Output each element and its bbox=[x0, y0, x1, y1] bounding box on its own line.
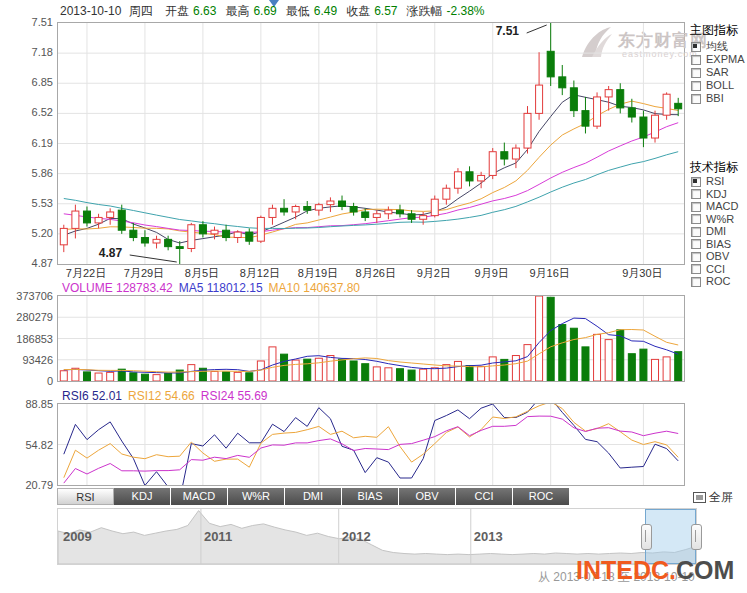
price-y-tick: 6.85 bbox=[3, 76, 53, 88]
checkbox-label: RSI bbox=[706, 176, 724, 187]
fullscreen-label: 全屏 bbox=[709, 489, 733, 506]
checkbox-label: SAR bbox=[706, 67, 729, 78]
main-indicator-expma[interactable]: EXPMA bbox=[691, 54, 745, 65]
main-indicators-title: 主图指标 bbox=[690, 22, 738, 39]
price-y-tick: 7.18 bbox=[3, 46, 53, 58]
price-y-tick: 5.86 bbox=[3, 167, 53, 179]
x-axis-date-tick: 9月16日 bbox=[529, 266, 569, 281]
tab-roc[interactable]: ROC bbox=[513, 488, 570, 505]
rsi-y-tick: 54.82 bbox=[3, 439, 53, 451]
volume-svg bbox=[58, 296, 684, 381]
price-y-tick: 6.19 bbox=[3, 137, 53, 149]
tab-wr[interactable]: W%R bbox=[228, 488, 285, 505]
x-axis-date-tick: 7月22日 bbox=[66, 266, 106, 281]
rsi-y-tick: 20.79 bbox=[3, 479, 53, 491]
nav-left-handle[interactable] bbox=[641, 524, 652, 550]
volume-y-tick: 93426 bbox=[3, 354, 53, 366]
checkbox-label: DMI bbox=[706, 226, 726, 237]
checkbox-icon[interactable] bbox=[691, 81, 701, 91]
tab-obv[interactable]: OBV bbox=[399, 488, 456, 505]
date-range-text: 从 2013-07-18 至 2013-10-10 bbox=[538, 569, 695, 586]
checkbox-label: EXPMA bbox=[706, 54, 745, 65]
timeline-navigator[interactable]: 2009201120122013 bbox=[57, 508, 697, 565]
tech-indicators-title: 技术指标 bbox=[690, 159, 738, 176]
checkbox-icon[interactable] bbox=[691, 68, 701, 78]
checkbox-icon[interactable] bbox=[691, 239, 701, 249]
nav-year-label: 2013 bbox=[474, 529, 503, 544]
main-indicator-boll[interactable]: BOLL bbox=[691, 80, 734, 91]
x-axis-date-tick: 8月5日 bbox=[185, 266, 219, 281]
quote-field-label: 收盘 bbox=[346, 4, 370, 18]
checkbox-icon[interactable] bbox=[691, 189, 701, 199]
tech-indicator-wr[interactable]: W%R bbox=[691, 214, 734, 225]
tech-indicator-bias[interactable]: BIAS bbox=[691, 239, 731, 250]
high-annotation: 7.51 bbox=[495, 24, 520, 38]
checkbox-icon[interactable] bbox=[691, 252, 701, 262]
checkbox-icon[interactable] bbox=[691, 214, 701, 224]
tech-indicator-macd[interactable]: MACD bbox=[691, 201, 738, 212]
quote-field-value: -2.38% bbox=[447, 4, 485, 18]
checkbox-icon[interactable] bbox=[691, 177, 701, 187]
x-axis-date-tick: 9月30日 bbox=[622, 266, 662, 281]
checkbox-label: BOLL bbox=[706, 80, 734, 91]
nav-right-handle[interactable] bbox=[691, 524, 702, 550]
volume-y-tick: 373706 bbox=[3, 290, 53, 302]
volume-pane[interactable] bbox=[57, 295, 685, 382]
fullscreen-icon bbox=[692, 491, 707, 504]
price-y-tick: 6.52 bbox=[3, 106, 53, 118]
candlestick-pane[interactable]: 东方财富网 eastmoney.com 7.514.87 bbox=[57, 22, 685, 265]
rsi-y-tick: 88.85 bbox=[3, 398, 53, 410]
checkbox-label: KDJ bbox=[706, 189, 727, 200]
checkbox-icon[interactable] bbox=[691, 42, 701, 52]
main-indicator-[interactable]: 均线 bbox=[691, 41, 728, 52]
nav-year-label: 2009 bbox=[63, 529, 92, 544]
quote-weekday: 周四 bbox=[129, 4, 153, 18]
tab-rsi[interactable]: RSI bbox=[57, 488, 114, 505]
quote-field-value: 6.57 bbox=[374, 4, 397, 18]
price-y-tick: 5.53 bbox=[3, 197, 53, 209]
volume-y-tick: 0 bbox=[3, 375, 53, 387]
checkbox-label: OBV bbox=[706, 251, 729, 262]
tab-kdj[interactable]: KDJ bbox=[114, 488, 171, 505]
main-indicator-bbi[interactable]: BBI bbox=[691, 93, 724, 104]
checkbox-icon[interactable] bbox=[691, 277, 701, 287]
checkbox-icon[interactable] bbox=[691, 55, 701, 65]
x-axis-date-tick: 8月26日 bbox=[356, 266, 396, 281]
quote-field-value: 6.69 bbox=[253, 4, 276, 18]
checkbox-icon[interactable] bbox=[691, 202, 701, 212]
tab-dmi[interactable]: DMI bbox=[285, 488, 342, 505]
price-y-tick: 5.20 bbox=[3, 227, 53, 239]
tech-indicator-rsi[interactable]: RSI bbox=[691, 176, 724, 187]
tech-indicator-roc[interactable]: ROC bbox=[691, 276, 730, 287]
tab-bias[interactable]: BIAS bbox=[342, 488, 399, 505]
checkbox-icon[interactable] bbox=[691, 227, 701, 237]
tech-indicator-kdj[interactable]: KDJ bbox=[691, 189, 727, 200]
tab-cci[interactable]: CCI bbox=[456, 488, 513, 505]
price-y-tick: 7.51 bbox=[3, 16, 53, 28]
checkbox-icon[interactable] bbox=[691, 94, 701, 104]
indicator-tab-bar: RSIKDJMACDW%RDMIBIASOBVCCIROC bbox=[57, 488, 571, 505]
tech-indicator-dmi[interactable]: DMI bbox=[691, 226, 726, 237]
quote-field-label: 最高 bbox=[225, 4, 249, 18]
checkbox-label: 均线 bbox=[706, 41, 728, 52]
tab-macd[interactable]: MACD bbox=[171, 488, 228, 505]
quote-field-value: 6.49 bbox=[314, 4, 337, 18]
volume-header-series: MA10 140637.80 bbox=[269, 281, 360, 295]
volume-y-tick: 186853 bbox=[3, 333, 53, 345]
x-axis-date-tick: 9月2日 bbox=[417, 266, 451, 281]
rsi-svg bbox=[58, 404, 684, 485]
checkbox-icon[interactable] bbox=[691, 264, 701, 274]
volume-header-series: VOLUME 128783.42 bbox=[62, 281, 173, 295]
nav-year-label: 2011 bbox=[204, 529, 232, 544]
tech-indicator-obv[interactable]: OBV bbox=[691, 251, 729, 262]
rsi-pane[interactable] bbox=[57, 403, 685, 486]
nav-selection-window[interactable] bbox=[645, 509, 696, 564]
checkbox-label: CCI bbox=[706, 264, 725, 275]
tech-indicator-cci[interactable]: CCI bbox=[691, 264, 725, 275]
nav-year-label: 2012 bbox=[342, 529, 371, 544]
rsi-header-series: RSI6 52.01 bbox=[62, 389, 122, 403]
fullscreen-button[interactable]: 全屏 bbox=[692, 489, 733, 506]
quote-date: 2013-10-10 bbox=[60, 4, 121, 18]
main-indicator-sar[interactable]: SAR bbox=[691, 67, 729, 78]
candlestick-svg bbox=[58, 23, 684, 264]
